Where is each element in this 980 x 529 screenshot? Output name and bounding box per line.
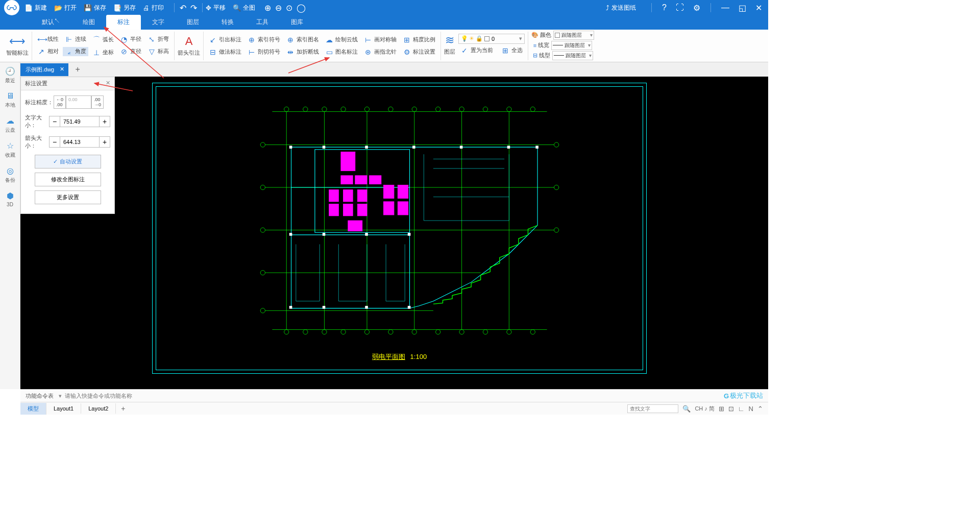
drawing-name-button[interactable]: ▭图名标注 [323,47,360,57]
lightbulb-icon: 💡 [461,35,468,42]
radius-dim-button[interactable]: ◔半径 [118,35,143,44]
maximize-button[interactable]: ◱ [737,3,748,13]
tab-default[interactable]: 默认↖ [31,15,71,30]
help-icon[interactable]: ? [660,3,669,12]
zoom-in-icon[interactable]: ⊕ [262,3,273,13]
tab-library[interactable]: 图库 [280,15,314,30]
undo-button[interactable]: ↶ [178,3,188,13]
chevron-up-icon[interactable]: ⌃ [757,405,763,413]
precision-scale-button[interactable]: ⊞精度比例 [401,35,437,44]
svg-rect-67 [535,146,538,149]
sidebar-cloud[interactable]: ☁云盘 [5,116,15,134]
smart-annotate-button[interactable]: ⟷智能标注 [6,35,29,57]
layer-manager-button[interactable]: ≋图层 [444,34,455,56]
textsize-plus[interactable]: + [99,116,110,127]
arrowsize-input[interactable] [60,136,99,148]
north-arrow-button[interactable]: ⊛画指北针 [362,47,399,57]
svg-point-29 [260,270,265,275]
index-name-button[interactable]: ⊕索引图名 [284,35,321,44]
tab-text[interactable]: 文字 [141,15,176,30]
minimize-button[interactable]: — [719,3,731,12]
print-button[interactable]: 🖨打印 [143,4,164,12]
sidebar-favorites[interactable]: ☆收藏 [5,141,15,159]
tab-convert[interactable]: 转换 [210,15,245,30]
relative-dim-button[interactable]: ↗相对 [35,47,61,56]
open-button[interactable]: 📂打开 [54,4,77,12]
modify-all-button[interactable]: 修改全图标注 [35,173,101,186]
send-drawing-button[interactable]: ⤴发送图纸 [606,4,636,12]
sidebar-local[interactable]: 🖥本地 [5,91,15,109]
more-settings-button[interactable]: 更多设置 [35,190,101,204]
ime-indicator[interactable]: CH ♪ 简 [695,405,715,413]
sidebar-backup[interactable]: ◎备份 [5,166,15,184]
find-text-input[interactable] [627,404,678,413]
add-file-tab[interactable]: + [71,63,84,76]
annotate-settings-button[interactable]: ⚙标注设置 [401,47,437,57]
zoom-out-icon[interactable]: ⊖ [273,3,284,13]
color-select[interactable]: 跟随图层▾ [553,31,594,40]
angle-dim-button[interactable]: ⦟角度 [63,47,88,56]
pan-button[interactable]: ✥平移 [206,4,226,12]
tab-layer[interactable]: 图层 [176,15,210,30]
linetype-select[interactable]: 跟随图层▾ [552,51,593,60]
lineweight-select[interactable]: 跟随图层▾ [551,41,592,50]
zoom-window-icon[interactable]: ⊙ [284,3,295,13]
precision-decrease[interactable]: ←0.00 [54,95,66,109]
layer-dropdown[interactable]: 💡 ☀ 🔒 0 ▾ [458,34,525,44]
leader-annotate-button[interactable]: ↙引出标注 [207,35,243,44]
linear-dim-button[interactable]: ⟷线性 [35,35,61,44]
symmetry-axis-button[interactable]: ⊢画对称轴 [362,35,399,44]
drawing-canvas[interactable]: 弱电平面图 1:100 [20,77,768,389]
set-current-layer-button[interactable]: ✓置为当前 [458,46,495,55]
precision-control[interactable]: ←0.00 0.00 .00→0 [54,95,104,109]
textsize-minus[interactable]: − [49,116,60,127]
layout-tab-2[interactable]: Layout2 [81,403,116,414]
settings-icon[interactable]: ⚙ [691,3,702,13]
grid-icon[interactable]: ⊞ [719,405,724,413]
tab-annotate[interactable]: 标注 [106,15,141,30]
zoom-extents-icon[interactable]: ◯ [295,3,308,13]
save-button[interactable]: 💾保存 [84,4,106,12]
north-icon[interactable]: N [749,405,753,413]
command-input[interactable] [65,393,269,399]
file-tab[interactable]: 示例图.dwg ✕ [20,63,68,76]
index-symbol-button[interactable]: ⊕索引符号 [246,35,282,44]
saveas-button[interactable]: 📑另存 [113,4,136,12]
fullscreen-icon[interactable]: ⛶ [674,3,686,12]
redo-button[interactable]: ↷ [188,3,199,13]
sidebar-3d[interactable]: ⬢3D [7,191,14,207]
add-layout-tab[interactable]: + [116,402,130,415]
coord-dim-button[interactable]: ⊥坐标 [90,48,116,57]
search-icon[interactable]: 🔍 [682,405,691,413]
method-annotate-button[interactable]: ⊟做法标注 [207,47,243,57]
new-button[interactable]: 📄新建 [24,4,47,12]
arrowsize-plus[interactable]: + [99,136,110,148]
arrow-leader-button[interactable]: A箭头引注 [178,35,200,57]
sidebar-recent[interactable]: 🕘最近 [5,66,15,84]
tab-tools[interactable]: 工具 [245,15,280,30]
precision-increase[interactable]: .00→0 [91,95,104,109]
arrowsize-minus[interactable]: − [49,136,60,148]
panel-close-icon[interactable]: ✕ [106,80,110,87]
cmd-dropdown-icon[interactable]: ▾ [59,393,62,399]
arc-dim-button[interactable]: ⌒弧长 [90,35,116,45]
close-button[interactable]: ✕ [753,3,764,13]
section-symbol-button[interactable]: ⊢剖切符号 [246,47,282,57]
continue-dim-button[interactable]: ⊩连续 [63,35,88,44]
auto-settings-button[interactable]: 自动设置 [35,155,101,169]
jog-dim-button[interactable]: ⤡折弯 [145,35,171,44]
layout-tab-model[interactable]: 模型 [20,403,46,415]
select-all-button[interactable]: ⊞全选 [499,46,525,55]
layout-tab-1[interactable]: Layout1 [46,403,81,414]
ortho-icon[interactable]: ∟ [738,405,745,413]
textsize-input[interactable] [60,116,99,127]
svg-rect-58 [383,202,394,215]
fullview-button[interactable]: 🔍全图 [233,4,255,12]
revcloud-button[interactable]: ☁绘制云线 [323,35,360,44]
close-tab-icon[interactable]: ✕ [60,66,64,73]
elevation-button[interactable]: ▽标高 [145,47,171,56]
break-line-button[interactable]: ⇹加折断线 [284,47,321,57]
snap-icon[interactable]: ⊡ [728,405,734,413]
diameter-dim-button[interactable]: ⊘直径 [118,47,143,56]
tab-draw[interactable]: 绘图 [71,15,106,30]
